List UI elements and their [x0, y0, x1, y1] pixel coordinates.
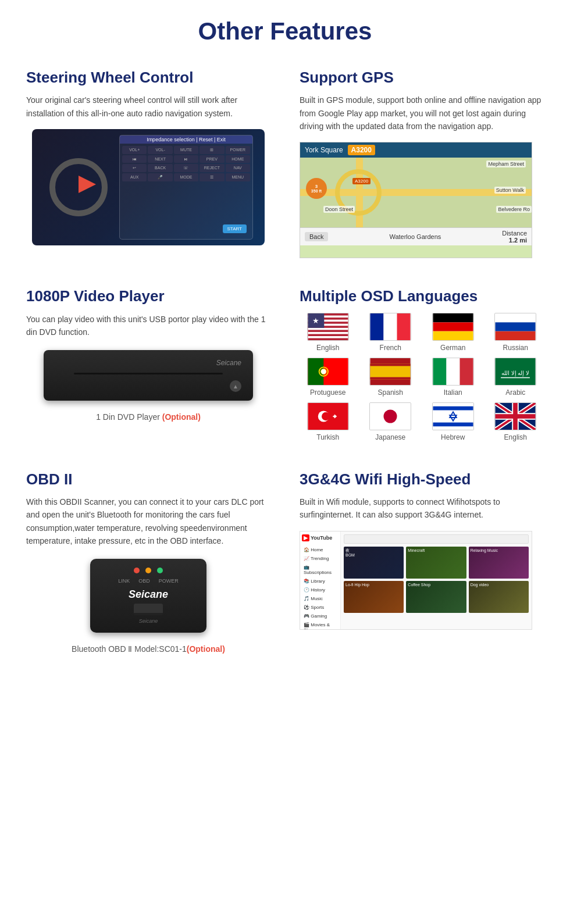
features-grid: Steering Wheel Control Your original car… [0, 57, 570, 671]
yt-thumb-text-2: Minecraft [406, 547, 466, 555]
steering-desc: Your original car's steering wheel contr… [26, 94, 270, 120]
feature-steering: Steering Wheel Control Your original car… [12, 57, 285, 276]
yt-menu-home: 🏠 Home [302, 546, 339, 554]
wifi-title: 3G&4G Wifi High-Speed [300, 470, 544, 488]
flag-us: ★ [307, 313, 349, 341]
lang-name-spanish: Spanish [378, 388, 403, 397]
obd-desc: With this OBDII Scanner, you can connect… [26, 495, 270, 548]
flag-de [432, 313, 474, 341]
yt-menu-sports: ⚽ Sports [302, 604, 339, 611]
feature-gps: Support GPS Built in GPS module, support… [285, 57, 558, 276]
steering-arrow-icon [79, 176, 96, 193]
ctrl-btn: VOL- [148, 146, 172, 154]
ctrl-btn: ↩ [122, 164, 147, 172]
ctrl-btn: 🎤 [148, 173, 172, 181]
feature-languages: Multiple OSD Languages ★ English [285, 276, 558, 458]
ctrl-btn: REJECT [200, 164, 224, 172]
yt-video-grid: 夜BGM Minecraft Relaxing Music Lo-fi Hip … [344, 547, 529, 613]
steering-image: Impedance selection | Reset | Exit VOL+ … [32, 129, 265, 245]
dvd-caption: 1 Din DVD Player (Optional) [26, 412, 270, 422]
wifi-desc: Built in Wifi module, supports to connec… [300, 495, 544, 522]
flag-jp [369, 402, 411, 430]
flag-uk [494, 402, 536, 430]
lang-item-hebrew: Hebrew [425, 402, 482, 441]
ctrl-start-btn: START [223, 224, 247, 233]
feature-wifi: 3G&4G Wifi High-Speed Built in Wifi modu… [285, 459, 558, 672]
gps-distance: Distance1.2 mi [502, 230, 527, 244]
feature-obd: OBD II With this OBDII Scanner, you can … [12, 459, 285, 672]
yt-menu-movies: 🎬 Movies & Shows [302, 621, 339, 630]
lang-name-turkish: Turkish [316, 433, 339, 441]
svg-rect-16 [496, 322, 536, 331]
obd-caption: Bluetooth OBD Ⅱ Model:SC01-1(Optional) [26, 644, 270, 654]
svg-rect-12 [433, 313, 473, 322]
video-desc: You can play video with this unit's USB … [26, 313, 270, 339]
ctrl-btn: HOME [226, 155, 250, 163]
ctrl-btn: ⊞ [200, 146, 224, 154]
gps-back-btn: Back [305, 232, 328, 241]
ctrl-btn: BACK [148, 164, 172, 172]
dvd-caption-text: 1 Din DVD Player [96, 412, 162, 422]
svg-rect-24 [370, 363, 411, 366]
obd-label-obd: OBD [138, 578, 150, 584]
obd-brand: Seicane [99, 588, 198, 601]
svg-rect-17 [496, 331, 536, 340]
yt-thumb-5: Coffee Shop [406, 581, 466, 613]
lang-name-english-uk: English [504, 433, 527, 441]
lang-name-japanese: Japanese [375, 433, 405, 441]
obd-optional-label: (Optional) [187, 644, 225, 654]
lang-name-english: English [316, 344, 339, 352]
flag-pt [307, 358, 349, 386]
gps-header-label: York Square [305, 146, 343, 154]
steering-ctrl-title: Impedance selection | Reset | Exit [120, 135, 252, 144]
gps-destination: Waterloo Gardens [334, 233, 496, 240]
obd-lights [99, 568, 198, 573]
svg-rect-9 [370, 313, 384, 340]
svg-point-38 [384, 409, 397, 423]
gps-footer: Back Waterloo Gardens Distance1.2 mi [300, 227, 532, 245]
yt-thumb-text-3: Relaxing Music [469, 547, 529, 555]
ctrl-btn: MENU [226, 173, 250, 181]
yt-thumb-text-5: Coffee Shop [406, 581, 466, 589]
svg-rect-52 [496, 414, 536, 419]
dvd-slot [74, 373, 223, 374]
svg-rect-41 [433, 422, 473, 426]
obd-label-row: LINK OBD POWER [99, 578, 198, 584]
ctrl-btn: NAV [226, 164, 250, 172]
ctrl-btn: ☰ [200, 173, 224, 181]
gps-street-label-3: Doon Street [323, 206, 355, 213]
ctrl-btn: ⏮ [122, 155, 147, 163]
lang-item-english: ★ English [300, 313, 357, 352]
lang-name-arabic: Arabic [505, 388, 525, 397]
gps-map: York Square A3200 3 350 ft Mepham Street… [300, 142, 532, 258]
gps-road-badge: A3200 [348, 145, 375, 155]
flag-fr [369, 313, 411, 341]
obd-light-link [134, 568, 140, 573]
dvd-brand-label: Seicane [55, 359, 241, 367]
lang-name-portuguese: Protuguese [310, 388, 345, 397]
yt-logo-text: YouTube [311, 535, 332, 541]
yt-menu-history: 🕐 History [302, 586, 339, 594]
svg-rect-28 [459, 358, 473, 385]
obd-device-image: LINK OBD POWER Seicane Seicane [90, 559, 206, 633]
svg-rect-13 [433, 322, 473, 331]
obd-image-container: LINK OBD POWER Seicane Seicane [26, 559, 270, 633]
svg-rect-27 [446, 358, 459, 385]
svg-text:لا إله إلا الله: لا إله إلا الله [502, 369, 529, 376]
gps-street-label-4: Belvedere Ro [496, 206, 532, 213]
ctrl-btn: VOL+ [122, 146, 147, 154]
obd-label-power: POWER [159, 578, 179, 584]
lang-item-portuguese: Protuguese [300, 358, 357, 397]
lang-name-french: French [380, 344, 401, 352]
obd-light-power [157, 568, 163, 573]
yt-menu-trending: 📈 Trending [302, 555, 339, 562]
gps-header: York Square A3200 [300, 142, 532, 158]
yt-thumb-1: 夜BGM [344, 547, 404, 579]
languages-grid: ★ English French German [300, 313, 544, 441]
flag-it [432, 358, 474, 386]
lang-item-german: German [425, 313, 482, 352]
ctrl-btn: ⏯ [174, 155, 198, 163]
gps-street-label-2: Sutton Walk [494, 187, 526, 194]
lang-item-french: French [362, 313, 419, 352]
yt-menu-library: 📚 Library [302, 577, 339, 585]
